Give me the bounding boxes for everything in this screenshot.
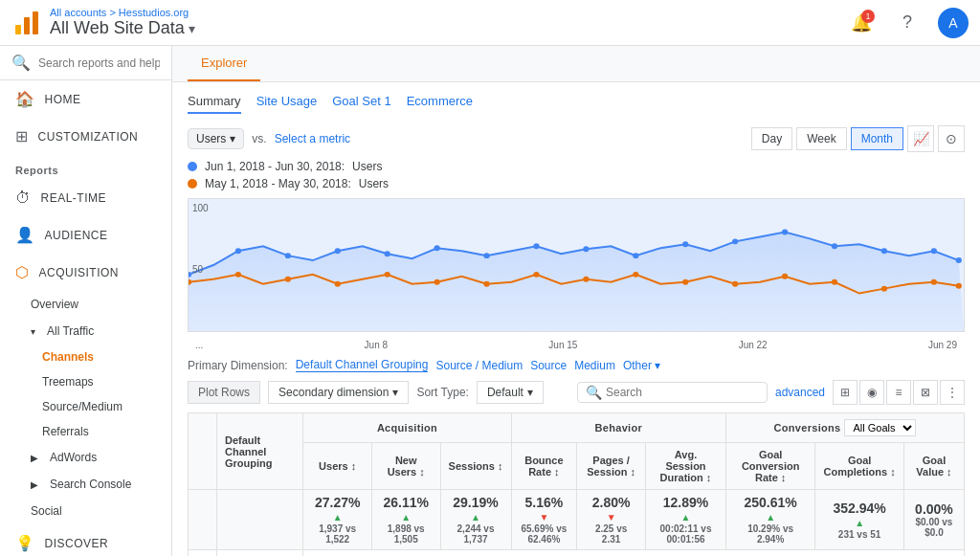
sidebar-item-social[interactable]: Social <box>0 498 171 524</box>
total-row: 27.27% ▲ 1,937 vs 1,522 26.11% ▲ 1,898 v… <box>189 490 965 550</box>
svg-point-33 <box>782 274 788 279</box>
dim-source[interactable]: Source <box>530 359 567 372</box>
search-input[interactable] <box>38 56 160 70</box>
avatar[interactable]: A <box>938 8 969 38</box>
th-goal-conv: Goal Conversion Rate ↕ <box>726 443 815 490</box>
primary-dim-label: Primary Dimension: <box>188 359 288 372</box>
sidebar-item-home[interactable]: 🏠 HOME <box>0 80 171 118</box>
realtime-icon: ⏱ <box>15 189 32 207</box>
day-button[interactable]: Day <box>751 127 792 150</box>
svg-point-36 <box>931 279 937 285</box>
notifications-button[interactable]: 🔔 1 <box>846 8 877 38</box>
help-button[interactable]: ? <box>892 8 923 38</box>
sidebar-item-overview[interactable]: Overview <box>0 291 171 318</box>
sidebar-item-adwords[interactable]: ▶ AdWords <box>0 444 171 471</box>
line-chart-button[interactable]: 📈 <box>907 125 934 152</box>
sidebar-item-acquisition[interactable]: ⬡ ACQUISITION <box>0 254 171 291</box>
th-conversions: Conversions All Goals <box>726 413 965 443</box>
sidebar-item-treemaps[interactable]: Treemaps <box>0 369 171 394</box>
th-avg-session: Avg. Session Duration ↕ <box>645 443 725 490</box>
th-new-users: New Users ↕ <box>371 443 440 490</box>
svg-point-14 <box>682 241 688 247</box>
svg-point-13 <box>633 253 638 258</box>
advanced-link[interactable]: advanced <box>775 386 825 399</box>
secondary-dim-select[interactable]: Secondary dimension ▾ <box>268 381 409 404</box>
content-inner: Summary Site Usage Goal Set 1 Ecommerce … <box>172 82 980 556</box>
svg-point-11 <box>533 243 539 249</box>
sidebar-item-search-console[interactable]: ▶ Search Console <box>0 471 171 498</box>
th-sessions: Sessions ↕ <box>440 443 511 490</box>
svg-point-22 <box>235 272 241 278</box>
more-view-button[interactable]: ⋮ <box>940 380 965 405</box>
total-goal-comp-arrow: ▲ <box>855 518 864 528</box>
svg-point-17 <box>832 243 837 249</box>
sort-select[interactable]: Default ▾ <box>477 381 544 404</box>
table-search-icon: 🔍 <box>586 385 602 400</box>
row1-channel[interactable]: 1. Organic Search <box>217 550 303 557</box>
sub-tabs: Summary Site Usage Goal Set 1 Ecommerce <box>188 94 965 114</box>
total-checkbox <box>189 490 217 550</box>
grid-view-button[interactable]: ⊞ <box>833 380 858 405</box>
svg-rect-2 <box>24 17 30 34</box>
total-goal-comp: 352.94% ▲ 231 vs 51 <box>815 490 904 550</box>
sidebar-item-audience[interactable]: 👤 AUDIENCE <box>0 216 171 254</box>
th-channel: Default Channel Grouping <box>217 413 303 490</box>
sidebar-search-container: 🔍 <box>0 46 171 80</box>
x-label-jun29: Jun 29 <box>928 340 957 350</box>
sort-type-label: Sort Type: <box>416 386 468 399</box>
dim-source-medium[interactable]: Source / Medium <box>435 359 523 372</box>
y-label-100: 100 <box>192 203 209 213</box>
svg-point-27 <box>483 281 489 287</box>
svg-point-31 <box>682 279 688 285</box>
svg-point-18 <box>881 248 887 254</box>
tab-site-usage[interactable]: Site Usage <box>256 94 318 114</box>
select-metric-link[interactable]: Select a metric <box>275 132 350 145</box>
total-users-arrow: ▲ <box>333 512 343 523</box>
plot-rows-button[interactable]: Plot Rows <box>188 381 260 404</box>
svg-point-25 <box>385 272 390 278</box>
chart-area: 100 50 <box>188 198 965 332</box>
sidebar-item-customization[interactable]: ⊞ CUSTOMIZATION <box>0 118 171 155</box>
sidebar: 🔍 🏠 HOME ⊞ CUSTOMIZATION Reports ⏱ REAL-… <box>0 46 172 556</box>
bar-view-button[interactable]: ≡ <box>886 380 911 405</box>
all-goals-select[interactable]: All Goals <box>844 419 916 436</box>
tab-summary[interactable]: Summary <box>188 94 241 114</box>
svg-point-26 <box>434 279 440 285</box>
explorer-tab[interactable]: Explorer <box>188 46 260 81</box>
dim-medium[interactable]: Medium <box>574 359 615 372</box>
tab-goal-set-1[interactable]: Goal Set 1 <box>332 94 390 114</box>
total-avg-arrow: ▲ <box>681 512 691 523</box>
sidebar-item-realtime[interactable]: ⏱ REAL-TIME <box>0 180 171 216</box>
legend-dot-1 <box>188 162 197 171</box>
x-label-jun8: Jun 8 <box>365 340 388 350</box>
metric-dropdown[interactable]: Users ▾ <box>188 128 244 149</box>
total-new-users-arrow: ▲ <box>401 512 411 523</box>
legend-item-2: May 1, 2018 - May 30, 2018: Users <box>188 177 965 190</box>
dim-other[interactable]: Other ▾ <box>623 359 660 372</box>
primary-dimension-row: Primary Dimension: Default Channel Group… <box>188 358 965 372</box>
sidebar-item-source-medium[interactable]: Source/Medium <box>0 394 171 419</box>
sidebar-item-discover[interactable]: 💡 DISCOVER <box>0 524 171 556</box>
pivot-view-button[interactable]: ⊠ <box>913 380 938 405</box>
month-button[interactable]: Month <box>851 127 903 150</box>
table-search-input[interactable] <box>606 386 759 399</box>
tab-ecommerce[interactable]: Ecommerce <box>407 94 473 114</box>
dim-default-channel[interactable]: Default Channel Grouping <box>296 358 429 372</box>
bar-chart-button[interactable]: ⊙ <box>938 125 965 152</box>
week-button[interactable]: Week <box>796 127 846 150</box>
svg-point-23 <box>285 277 291 282</box>
legend-dot-2 <box>188 179 197 189</box>
sidebar-item-channels[interactable]: Channels <box>0 345 171 369</box>
row1-checkbox[interactable] <box>189 550 217 557</box>
svg-point-5 <box>235 248 241 254</box>
th-checkbox <box>189 413 217 490</box>
pie-view-button[interactable]: ◉ <box>859 380 884 405</box>
legend-metric-2: Users <box>359 177 389 190</box>
chart-x-labels: ... Jun 8 Jun 15 Jun 22 Jun 29 <box>188 340 965 350</box>
svg-point-12 <box>583 246 589 252</box>
total-pages: 2.80% ▼ 2.25 vs 2.31 <box>577 490 646 550</box>
sidebar-item-referrals[interactable]: Referrals <box>0 419 171 444</box>
site-title[interactable]: All Web Site Data ▾ <box>50 18 195 38</box>
sidebar-item-all-traffic[interactable]: ▾ All Traffic <box>0 318 171 345</box>
total-new-users: 26.11% ▲ 1,898 vs 1,505 <box>371 490 440 550</box>
